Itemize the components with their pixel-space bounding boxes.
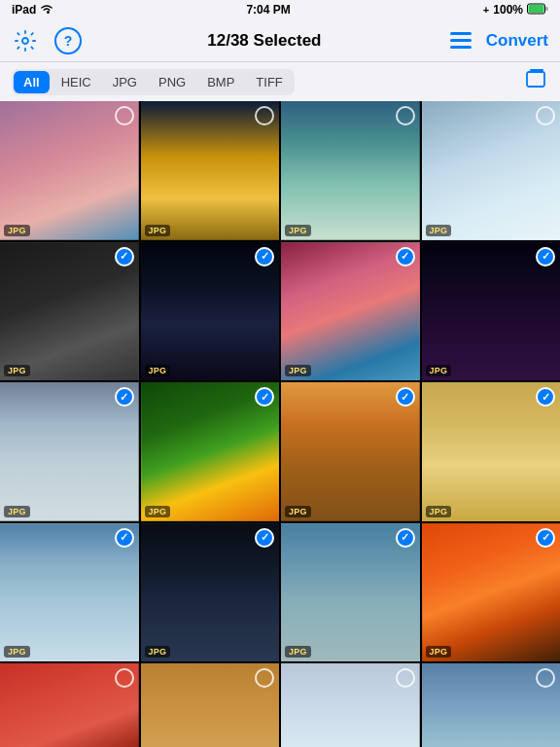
photo-cell[interactable]: JPG bbox=[281, 242, 420, 381]
photo-format-label: JPG bbox=[285, 225, 311, 236]
photo-format-label: JPG bbox=[145, 646, 171, 658]
svg-rect-2 bbox=[546, 7, 548, 11]
filter-tab-png[interactable]: PNG bbox=[149, 71, 195, 93]
photo-cell[interactable]: JPG bbox=[141, 101, 280, 240]
svg-rect-8 bbox=[530, 69, 543, 71]
battery-icon bbox=[527, 3, 548, 18]
photo-format-label: JPG bbox=[145, 365, 171, 376]
photo-grid: JPGJPGJPGJPGJPGJPGJPGJPGJPGJPGJPGJPGJPGJ… bbox=[0, 101, 560, 747]
status-bar: iPad 7:04 PM +️ 100% bbox=[0, 0, 560, 19]
photo-select-circle[interactable] bbox=[396, 668, 415, 688]
list-view-button[interactable] bbox=[447, 27, 474, 54]
photo-format-label: JPG bbox=[4, 646, 30, 658]
svg-rect-7 bbox=[527, 72, 544, 87]
photo-cell[interactable]: JPG bbox=[422, 101, 561, 240]
photo-cell[interactable]: JPG bbox=[422, 663, 561, 747]
photo-format-label: JPG bbox=[285, 646, 311, 658]
svg-rect-4 bbox=[450, 32, 472, 35]
filter-tab-tiff[interactable]: TIFF bbox=[246, 71, 292, 93]
photo-select-circle[interactable] bbox=[536, 528, 555, 548]
help-button[interactable]: ? bbox=[54, 27, 82, 54]
photo-cell[interactable]: JPG bbox=[0, 523, 139, 662]
battery-label: 100% bbox=[493, 3, 523, 17]
photo-format-label: JPG bbox=[4, 365, 30, 376]
photo-cell[interactable]: JPG bbox=[422, 242, 561, 381]
svg-rect-5 bbox=[450, 39, 472, 42]
photo-cell[interactable]: JPG bbox=[281, 101, 420, 240]
filter-tab-group: All HEIC JPG PNG BMP TIFF bbox=[12, 69, 295, 95]
photo-select-circle[interactable] bbox=[536, 387, 555, 407]
photo-select-circle[interactable] bbox=[536, 668, 555, 688]
photo-format-label: JPG bbox=[285, 506, 311, 517]
settings-button[interactable] bbox=[12, 27, 39, 54]
photo-select-circle[interactable] bbox=[396, 106, 415, 125]
filter-bar: All HEIC JPG PNG BMP TIFF bbox=[0, 62, 560, 101]
photo-format-label: JPG bbox=[4, 225, 30, 236]
photo-select-circle[interactable] bbox=[396, 247, 415, 267]
photo-cell[interactable]: JPG bbox=[141, 663, 280, 747]
photo-select-circle[interactable] bbox=[255, 528, 274, 548]
filter-tab-jpg[interactable]: JPG bbox=[103, 71, 147, 93]
album-icon[interactable] bbox=[525, 68, 548, 95]
photo-cell[interactable]: JPG bbox=[0, 101, 139, 240]
nav-title: 12/38 Selected bbox=[207, 31, 321, 51]
status-time: 7:04 PM bbox=[246, 3, 290, 17]
photo-select-circle[interactable] bbox=[115, 528, 134, 548]
photo-select-circle[interactable] bbox=[396, 387, 415, 407]
photo-select-circle[interactable] bbox=[115, 668, 134, 688]
nav-left-actions: ? bbox=[12, 27, 82, 54]
photo-select-circle[interactable] bbox=[255, 387, 274, 407]
photo-format-label: JPG bbox=[285, 365, 311, 376]
svg-point-3 bbox=[22, 38, 28, 44]
photo-format-label: JPG bbox=[145, 225, 171, 236]
wifi-icon bbox=[40, 3, 53, 18]
photo-cell[interactable]: JPG bbox=[281, 663, 420, 747]
photo-cell[interactable]: JPG bbox=[0, 242, 139, 381]
nav-right-actions: Convert bbox=[447, 27, 548, 54]
filter-tab-all[interactable]: All bbox=[14, 71, 50, 93]
photo-select-circle[interactable] bbox=[255, 668, 274, 688]
photo-format-label: JPG bbox=[426, 365, 452, 376]
photo-format-label: JPG bbox=[426, 506, 452, 517]
photo-cell[interactable]: JPG bbox=[141, 242, 280, 381]
filter-tab-bmp[interactable]: BMP bbox=[197, 71, 244, 93]
photo-select-circle[interactable] bbox=[396, 528, 415, 548]
filter-tab-heic[interactable]: HEIC bbox=[52, 71, 101, 93]
photo-select-circle[interactable] bbox=[255, 106, 274, 125]
photo-select-circle[interactable] bbox=[115, 247, 134, 267]
device-label: iPad bbox=[12, 3, 36, 17]
photo-cell[interactable]: JPG bbox=[422, 382, 561, 521]
photo-format-label: JPG bbox=[4, 506, 30, 517]
photo-cell[interactable]: JPG bbox=[281, 382, 420, 521]
svg-rect-6 bbox=[450, 46, 472, 49]
status-right: +️ 100% bbox=[483, 3, 548, 18]
convert-button[interactable]: Convert bbox=[486, 31, 548, 51]
photo-select-circle[interactable] bbox=[115, 106, 134, 125]
photo-cell[interactable]: JPG bbox=[422, 523, 561, 662]
photo-select-circle[interactable] bbox=[536, 106, 555, 125]
svg-rect-1 bbox=[529, 5, 544, 13]
photo-format-label: JPG bbox=[426, 225, 452, 236]
status-left: iPad bbox=[12, 3, 53, 18]
photo-cell[interactable]: JPG bbox=[141, 523, 280, 662]
photo-cell[interactable]: JPG bbox=[141, 382, 280, 521]
photo-select-circle[interactable] bbox=[115, 387, 134, 407]
photo-cell[interactable]: JPG bbox=[0, 382, 139, 521]
photo-select-circle[interactable] bbox=[536, 247, 555, 267]
photo-cell[interactable]: JPG bbox=[0, 663, 139, 747]
photo-cell[interactable]: JPG bbox=[281, 523, 420, 662]
photo-grid-container: JPGJPGJPGJPGJPGJPGJPGJPGJPGJPGJPGJPGJPGJ… bbox=[0, 101, 560, 747]
nav-bar: ? 12/38 Selected Convert bbox=[0, 19, 560, 62]
photo-format-label: JPG bbox=[426, 646, 452, 658]
photo-select-circle[interactable] bbox=[255, 247, 274, 267]
photo-format-label: JPG bbox=[145, 506, 171, 517]
bluetooth-icon: +️ bbox=[483, 4, 489, 16]
